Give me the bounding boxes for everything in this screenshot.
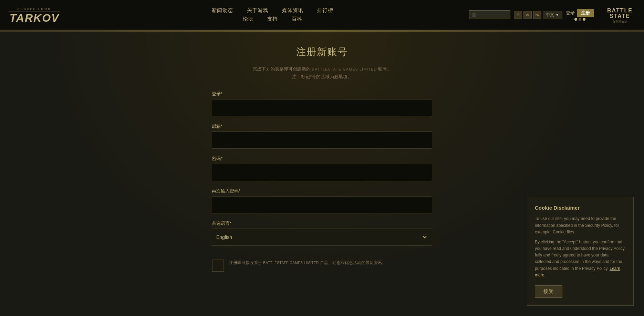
cookie-title: Cookie Disclaimer bbox=[535, 205, 626, 211]
chevron-down-icon: ▼ bbox=[555, 12, 559, 17]
newsletter-label: 注册即可接收关于 BATTLESTATE GAMES LIMITED 产品、动态… bbox=[229, 260, 386, 266]
email-field-group: 邮箱* bbox=[212, 123, 432, 149]
newsletter-checkbox[interactable] bbox=[212, 260, 224, 272]
nav-support[interactable]: 支持 bbox=[267, 16, 278, 22]
login-input[interactable] bbox=[212, 99, 432, 116]
password-input[interactable] bbox=[212, 164, 432, 181]
nav-wiki[interactable]: 百科 bbox=[292, 16, 302, 22]
vk-icon[interactable]: vk bbox=[523, 11, 532, 19]
preferred-lang-label: 首选语言* bbox=[212, 220, 432, 227]
newsletter-row: 注册即可接收关于 BATTLESTATE GAMES LIMITED 产品、动态… bbox=[212, 260, 432, 272]
subtitle-note: 注：标记*号的区域为必填项。 bbox=[292, 74, 352, 79]
status-dot-1 bbox=[574, 18, 577, 21]
svg-text:STATE: STATE bbox=[610, 13, 630, 19]
subtitle-brand: BATTLESTATE GAMES LIMITED bbox=[312, 67, 377, 71]
language-field-group: 首选语言* English Русский Deutsch Français E… bbox=[212, 220, 432, 246]
email-label: 邮箱* bbox=[212, 123, 432, 129]
cookie-text-2: By clicking the "Accept" button, you con… bbox=[535, 239, 626, 278]
page-subtitle: 完成下方的表格即可创建新的 BATTLESTATE GAMES LIMITED … bbox=[252, 65, 392, 81]
social-icons: f vk tw 中文 ▼ bbox=[514, 11, 562, 19]
nav-row-bottom: 论坛 支持 百科 bbox=[243, 16, 302, 22]
svg-text:ESCAPE FROM: ESCAPE FROM bbox=[17, 7, 51, 11]
confirm-password-label: 再次输入密码* bbox=[212, 188, 432, 194]
nav-forum[interactable]: 论坛 bbox=[243, 16, 253, 22]
language-button[interactable]: 中文 ▼ bbox=[543, 11, 562, 19]
subtitle-line1: 完成下方的表格即可创建新的 bbox=[252, 66, 311, 72]
svg-text:GAMES: GAMES bbox=[613, 20, 627, 23]
cookie-disclaimer: Cookie Disclaimer To use our site, you m… bbox=[527, 197, 634, 306]
auth-section: 登录 注册 bbox=[566, 9, 594, 21]
login-button[interactable]: 登录 bbox=[566, 9, 575, 17]
confirm-password-field-group: 再次输入密码* bbox=[212, 188, 432, 213]
login-field-group: 登录* bbox=[212, 91, 432, 116]
bsg-logo[interactable]: BATTLE STATE GAMES bbox=[603, 6, 637, 24]
main-nav: 新闻动态 关于游戏 媒体资讯 排行榜 论坛 支持 百科 bbox=[76, 7, 469, 22]
cookie-text-1: To use our site, you may need to provide… bbox=[535, 215, 626, 235]
search-input[interactable] bbox=[469, 10, 510, 19]
cookie-accept-button[interactable]: 接受 bbox=[535, 285, 562, 298]
header-right: f vk tw 中文 ▼ 登录 注册 BATTLE STATE bbox=[469, 6, 637, 24]
subtitle-line2: 账号。 bbox=[378, 66, 392, 72]
email-input[interactable] bbox=[212, 131, 432, 149]
status-dots bbox=[574, 18, 585, 21]
facebook-icon[interactable]: f bbox=[514, 11, 522, 19]
language-select[interactable]: English Русский Deutsch Français Español… bbox=[212, 229, 432, 246]
nav-media[interactable]: 媒体资讯 bbox=[282, 7, 303, 14]
language-select-wrapper: English Русский Deutsch Français Español… bbox=[212, 229, 432, 246]
nav-rankings[interactable]: 排行榜 bbox=[317, 7, 333, 14]
lang-label: 中文 bbox=[546, 12, 554, 18]
register-form: 登录* 邮箱* 密码* 再次输入密码* 首选语言* English Русски… bbox=[212, 91, 432, 272]
password-label: 密码* bbox=[212, 156, 432, 162]
newsletter-text1: 注册即可接收关于 bbox=[229, 260, 262, 265]
nav-about[interactable]: 关于游戏 bbox=[247, 7, 268, 14]
status-dot-2 bbox=[579, 18, 581, 21]
page-title: 注册新账号 bbox=[296, 45, 348, 59]
site-logo[interactable]: ESCAPE FROM TARKOV bbox=[7, 3, 62, 27]
twitter-icon[interactable]: tw bbox=[533, 11, 541, 19]
confirm-password-input[interactable] bbox=[212, 196, 432, 213]
auth-buttons: 登录 注册 bbox=[566, 9, 594, 17]
nav-news[interactable]: 新闻动态 bbox=[212, 7, 233, 14]
register-button[interactable]: 注册 bbox=[577, 9, 594, 17]
password-field-group: 密码* bbox=[212, 156, 432, 181]
newsletter-brand: BATTLESTATE GAMES LIMITED bbox=[263, 261, 319, 265]
status-dot-3 bbox=[583, 18, 585, 21]
svg-text:TARKOV: TARKOV bbox=[10, 12, 60, 24]
login-label: 登录* bbox=[212, 91, 432, 97]
svg-text:BATTLE: BATTLE bbox=[607, 8, 633, 13]
newsletter-text2: 产品、动态和优惠活动的最新资讯。 bbox=[320, 260, 386, 265]
nav-row-top: 新闻动态 关于游戏 媒体资讯 排行榜 bbox=[212, 7, 333, 14]
header: ESCAPE FROM TARKOV 新闻动态 关于游戏 媒体资讯 排行榜 论坛… bbox=[0, 0, 644, 30]
